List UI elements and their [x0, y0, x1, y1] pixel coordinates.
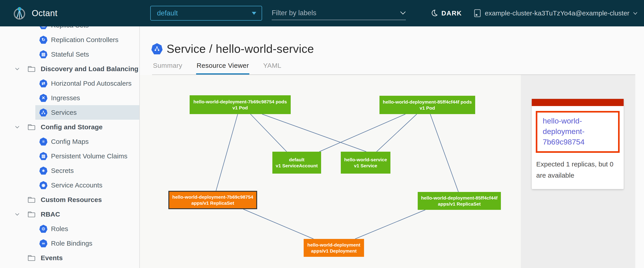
sidebar-item-label: Service Accounts — [51, 182, 102, 189]
sidebar-item-role-bindings[interactable]: ∞Role Bindings — [0, 236, 139, 250]
sidebar-item-stateful-sets[interactable]: ▤Stateful Sets — [0, 47, 139, 62]
replica-sets-icon: ◫ — [39, 26, 48, 29]
node-label: hello-world-deployment-7b69c98754 pods — [194, 99, 287, 105]
horizontal-pod-autoscalers-icon: ⇄ — [39, 80, 48, 88]
resource-alert-card: hello-world-deployment-7b69c98754 Expect… — [532, 99, 624, 189]
sidebar-item-label: Replication Controllers — [51, 36, 118, 44]
tab-resource-viewer[interactable]: Resource Viewer — [196, 62, 249, 75]
sidebar-item-label: Persistent Volume Claims — [51, 152, 128, 160]
sidebar-item-label: Events — [41, 254, 62, 262]
node-sublabel: apps/v1 Deployment — [311, 248, 357, 254]
header-bar: Octant default Filter by labels DARK exa… — [0, 0, 644, 26]
sidebar-item-persistent-volume-claims[interactable]: ▥Persistent Volume Claims — [0, 149, 139, 163]
resource-link[interactable]: hello-world-deployment-7b69c98754 — [543, 116, 616, 147]
label-filter-input[interactable]: Filter by labels — [272, 6, 406, 20]
sidebar-item-label: Custom Resources — [41, 196, 102, 204]
tab-yaml[interactable]: YAML — [263, 62, 282, 75]
page-title-row: Service / hello-world-service — [152, 42, 314, 56]
node-label: hello-world-deployment-85ff4cf44f — [421, 195, 498, 201]
namespace-value: default — [157, 9, 252, 17]
graph-edge-replicaset-7b69-to-deployment-hello-world — [243, 209, 314, 239]
context-chevron-down-icon — [633, 12, 638, 15]
sidebar-item-service-accounts[interactable]: ◉Service Accounts — [0, 178, 139, 192]
ingresses-icon: ✕ — [39, 94, 48, 102]
graph-node-replicaset-7b69[interactable]: hello-world-deployment-7b69c98754apps/v1… — [168, 191, 257, 209]
sidebar-item-rbac[interactable]: RBAC — [0, 207, 139, 222]
context-label: example-cluster-ka3TuTzYo4a@example-clus… — [485, 10, 630, 17]
sidebar-item-replica-sets[interactable]: ◫Replica Sets — [0, 26, 139, 32]
node-label: hello-world-deployment-7b69c98754 — [172, 194, 253, 200]
node-sublabel: apps/v1 ReplicaSet — [438, 201, 480, 207]
detail-panel: hello-world-deployment-7b69c98754 Expect… — [521, 75, 635, 268]
resource-viewer-graph: hello-world-deployment-7b69c98754 podsv1… — [140, 75, 521, 268]
sidebar-item-custom-resources[interactable]: Custom Resources — [0, 192, 139, 207]
main-content: Service / hello-world-service SummaryRes… — [140, 26, 644, 268]
graph-node-replicaset-85ff[interactable]: hello-world-deployment-85ff4cf44fapps/v1… — [418, 192, 501, 210]
graph-edge-pod-85ff-to-serviceaccount-default — [319, 114, 406, 152]
tab-summary[interactable]: Summary — [152, 62, 183, 75]
cluster-icon — [474, 9, 481, 18]
tab-bar: SummaryResource ViewerYAML — [152, 62, 282, 75]
alert-message: Expected 1 replicas, but 0 are available — [536, 158, 620, 181]
sidebar-item-label: Roles — [51, 225, 68, 233]
graph-edge-pod-7b69-to-serviceaccount-default — [250, 114, 287, 152]
folder-icon — [27, 65, 36, 72]
chevron-down-icon[interactable] — [14, 66, 20, 72]
chevron-down-icon[interactable] — [14, 211, 20, 218]
graph-edge-pod-7b69-to-service-hello-world — [262, 114, 366, 152]
sidebar-item-label: Role Bindings — [51, 240, 92, 247]
graph-node-serviceaccount-default[interactable]: defaultv1 ServiceAccount — [272, 152, 321, 174]
sidebar-item-label: Ingresses — [51, 94, 80, 102]
node-sublabel: v1 ServiceAccount — [276, 163, 318, 169]
sidebar: ◫Replica Sets↻Replication Controllers▤St… — [0, 26, 140, 268]
sidebar-item-events[interactable]: Events — [0, 250, 139, 265]
service-accounts-icon: ◉ — [39, 181, 48, 189]
context-switcher[interactable]: example-cluster-ka3TuTzYo4a@example-clus… — [474, 0, 638, 26]
node-sublabel: v1 Pod — [420, 105, 435, 111]
app-title: Octant — [32, 0, 58, 26]
filter-chevron-down-icon — [400, 11, 406, 15]
sidebar-item-discovery-and-load-balancing[interactable]: Discovery and Load Balancing — [0, 62, 139, 76]
role-bindings-icon: ∞ — [39, 239, 48, 248]
theme-toggle-label: DARK — [442, 10, 462, 17]
sidebar-item-config-and-storage[interactable]: Config and Storage — [0, 120, 139, 134]
secrets-icon: ∗ — [39, 167, 48, 175]
sidebar-item-secrets[interactable]: ∗Secrets — [0, 163, 139, 178]
service-resource-icon — [152, 43, 162, 54]
sidebar-item-ingresses[interactable]: ✕Ingresses — [0, 90, 139, 105]
node-label: default — [289, 156, 304, 163]
namespace-dropdown[interactable]: default — [150, 6, 262, 20]
node-sublabel: apps/v1 ReplicaSet — [192, 200, 234, 206]
graph-node-pod-7b69[interactable]: hello-world-deployment-7b69c98754 podsv1… — [190, 95, 291, 114]
sidebar-nav: ◫Replica Sets↻Replication Controllers▤St… — [0, 26, 139, 265]
graph-node-deployment-hello-world[interactable]: hello-world-deploymentapps/v1 Deployment — [304, 239, 364, 257]
sidebar-item-label: Secrets — [51, 167, 74, 174]
node-label: hello-world-deployment-85ff4cf44f pods — [383, 99, 472, 105]
page-title: Service / hello-world-service — [166, 42, 314, 56]
sidebar-item-roles[interactable]: ⊙Roles — [0, 222, 139, 236]
sidebar-item-services[interactable]: Services — [0, 105, 139, 120]
node-label: hello-world-service — [344, 156, 387, 163]
folder-icon — [27, 211, 36, 218]
alert-card-danger-bar — [532, 99, 624, 106]
sidebar-item-horizontal-pod-autoscalers[interactable]: ⇄Horizontal Pod Autoscalers — [0, 76, 139, 90]
sidebar-item-label: RBAC — [41, 210, 60, 218]
label-filter-placeholder: Filter by labels — [272, 9, 400, 17]
sidebar-item-label: Discovery and Load Balancing — [41, 65, 138, 73]
dark-theme-toggle[interactable]: DARK — [430, 0, 462, 26]
sidebar-item-replication-controllers[interactable]: ↻Replication Controllers — [0, 32, 139, 47]
sidebar-item-label: Config and Storage — [41, 123, 103, 131]
replication-controllers-icon: ↻ — [39, 36, 48, 44]
graph-edge-pod-85ff-to-service-hello-world — [376, 114, 417, 152]
octant-logo-icon — [12, 6, 26, 20]
graph-node-service-hello-world[interactable]: hello-world-servicev1 Service — [341, 152, 390, 174]
octant-app: Octant default Filter by labels DARK exa… — [0, 0, 644, 268]
chevron-down-icon[interactable] — [14, 124, 20, 130]
graph-node-pod-85ff[interactable]: hello-world-deployment-85ff4cf44f podsv1… — [380, 96, 475, 114]
sidebar-item-label: Horizontal Pod Autoscalers — [51, 80, 132, 87]
sidebar-item-config-maps[interactable]: ≡Config Maps — [0, 134, 139, 149]
alert-highlight-box: hello-world-deployment-7b69c98754 — [536, 111, 620, 153]
config-maps-icon: ≡ — [39, 138, 48, 146]
graph-edge-pod-85ff-to-replicaset-85ff — [430, 114, 458, 192]
sidebar-item-label: Services — [51, 109, 77, 116]
